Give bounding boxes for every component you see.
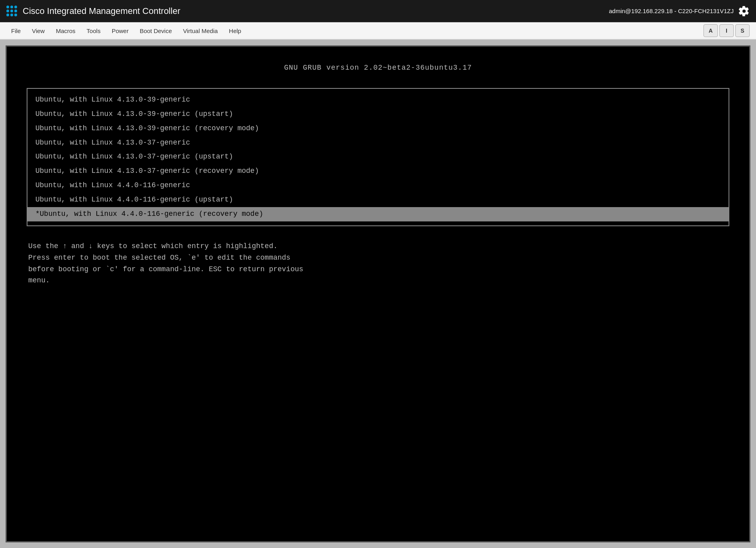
- kbd-s-button[interactable]: S: [735, 24, 750, 37]
- grub-entry-3[interactable]: Ubuntu, with Linux 4.13.0-37-generic: [27, 136, 729, 150]
- menubar-right: A I S: [703, 24, 750, 37]
- menu-power[interactable]: Power: [107, 25, 134, 37]
- grub-entry-8[interactable]: *Ubuntu, with Linux 4.4.0-116-generic (r…: [27, 207, 729, 221]
- menu-macros[interactable]: Macros: [51, 25, 80, 37]
- menu-view[interactable]: View: [27, 25, 49, 37]
- menu-tools[interactable]: Tools: [82, 25, 105, 37]
- menu-boot-device[interactable]: Boot Device: [135, 25, 177, 37]
- grub-version-title: GNU GRUB version 2.02~beta2-36ubuntu3.17: [27, 63, 729, 74]
- connection-info: admin@192.168.229.18 - C220-FCH2131V1ZJ: [609, 8, 734, 14]
- grub-entry-4[interactable]: Ubuntu, with Linux 4.13.0-37-generic (up…: [27, 150, 729, 164]
- menu-file[interactable]: File: [6, 25, 25, 37]
- grub-entry-6[interactable]: Ubuntu, with Linux 4.4.0-116-generic: [27, 178, 729, 193]
- grub-entry-7[interactable]: Ubuntu, with Linux 4.4.0-116-generic (up…: [27, 193, 729, 207]
- header-left: Cisco Integrated Management Controller: [6, 6, 180, 16]
- header-bar: Cisco Integrated Management Controller a…: [0, 0, 756, 22]
- grub-help-line3: before booting or `c' for a command-line…: [28, 264, 729, 275]
- menu-bar: File View Macros Tools Power Boot Device…: [0, 22, 756, 40]
- menubar-left: File View Macros Tools Power Boot Device…: [6, 25, 246, 37]
- grub-entry-1[interactable]: Ubuntu, with Linux 4.13.0-39-generic (up…: [27, 107, 729, 121]
- grub-help-text: Use the ↑ and ↓ keys to select which ent…: [27, 241, 729, 286]
- grub-help-line4: menu.: [28, 275, 729, 286]
- menu-virtual-media[interactable]: Virtual Media: [178, 25, 222, 37]
- main-content: GNU GRUB version 2.02~beta2-36ubuntu3.17…: [0, 40, 756, 548]
- cisco-logo: [6, 6, 17, 16]
- terminal-screen[interactable]: GNU GRUB version 2.02~beta2-36ubuntu3.17…: [6, 45, 750, 542]
- kbd-i-button[interactable]: I: [719, 24, 734, 37]
- grub-entry-0[interactable]: Ubuntu, with Linux 4.13.0-39-generic: [27, 93, 729, 107]
- header-right: admin@192.168.229.18 - C220-FCH2131V1ZJ: [609, 6, 750, 17]
- grub-help-line1: Use the ↑ and ↓ keys to select which ent…: [28, 241, 729, 252]
- menu-help[interactable]: Help: [224, 25, 246, 37]
- kbd-a-button[interactable]: A: [703, 24, 718, 37]
- app-title: Cisco Integrated Management Controller: [23, 6, 180, 16]
- settings-icon[interactable]: [738, 6, 750, 17]
- grub-help-line2: Press enter to boot the selected OS, `e'…: [28, 252, 729, 264]
- grub-menu-box: Ubuntu, with Linux 4.13.0-39-genericUbun…: [27, 88, 729, 226]
- grub-entry-5[interactable]: Ubuntu, with Linux 4.13.0-37-generic (re…: [27, 164, 729, 178]
- grub-entry-2[interactable]: Ubuntu, with Linux 4.13.0-39-generic (re…: [27, 121, 729, 136]
